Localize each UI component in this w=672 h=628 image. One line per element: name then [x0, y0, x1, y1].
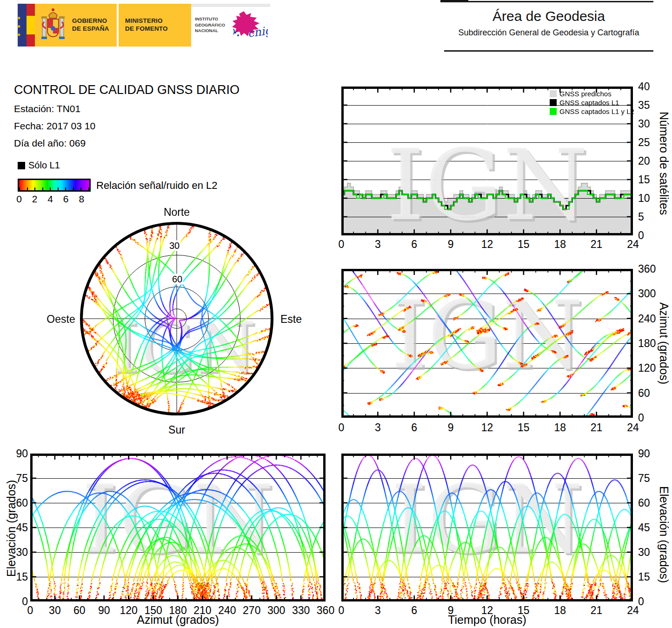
y-tick-label: 60 [638, 497, 650, 509]
x-tick-label: 24 [627, 238, 639, 251]
legend-swatch-l1 [550, 99, 557, 106]
snr-colorbar-gradient [19, 180, 89, 190]
black-square-swatch [18, 162, 25, 169]
colorbar-tick-label: 6 [63, 194, 69, 205]
y-tick-label: 300 [638, 287, 656, 300]
government-logo-bar: ★ ★ ★ GOBIERNO DE E [18, 4, 270, 47]
header-rule-top [444, 1, 653, 2]
y-tick-label: 120 [638, 362, 656, 374]
solo-l1-legend: Sólo L1 [18, 160, 60, 171]
colorbar-tick-label: 4 [47, 194, 53, 205]
x-tick-label: 6 [411, 421, 417, 434]
x-tick-label: 15 [518, 238, 530, 251]
y-tick-label: 40 [638, 80, 650, 93]
spain-coat-of-arms [40, 8, 67, 42]
y-tick-label: 0 [638, 412, 644, 424]
satellite-count-chart: GNSS predichos GNSS captados L1 GNSS cap… [341, 87, 633, 235]
colorbar-tick [19, 187, 20, 190]
x-tick-label: 24 [627, 421, 639, 434]
satellite-count-legend: GNSS predichos GNSS captados L1 GNSS cap… [550, 89, 634, 116]
elevation-time-chart [341, 454, 633, 601]
colorbar-tick [73, 187, 74, 190]
eu-flag-band: ★ ★ ★ [18, 4, 27, 47]
y-tick-label: 90 [0, 448, 28, 460]
ministerio-text: MINISTERIO DE FOMENTO [125, 17, 168, 33]
header-rule-accent [440, 0, 468, 2]
polar-south-label: Sur [168, 424, 185, 436]
x-tick-label: 6 [411, 238, 417, 251]
polar-north-label: Norte [164, 206, 190, 219]
flag-red-band [27, 4, 35, 16]
azimuth-time-canvas [341, 269, 633, 418]
doy-line: Día del año: 069 [14, 138, 86, 149]
colorbar-tick [50, 187, 51, 190]
elevation-azimuth-ylabel: Elevación (grados) [5, 480, 18, 577]
colorbar-tick [27, 187, 28, 190]
y-tick-label: 0 [638, 595, 644, 608]
polar-west-label: Oeste [47, 313, 75, 326]
legend-row: GNSS captados L1 y L2 [550, 107, 634, 116]
elevation-azimuth-canvas [30, 454, 326, 601]
report-title: CONTROL DE CALIDAD GNSS DIARIO [14, 83, 240, 97]
y-tick-label: 60 [638, 387, 650, 399]
legend-label: GNSS captados L1 y L2 [559, 107, 634, 115]
colorbar-tick-label: 2 [32, 194, 38, 205]
x-tick-label: 9 [448, 421, 454, 434]
ign-block: INSTITUTO GEOGRÁFICO NACIONAL cnig [191, 4, 270, 47]
colorbar-tick [34, 187, 35, 190]
y-tick-label: 15 [638, 571, 650, 583]
instituto-text: INSTITUTO GEOGRÁFICO NACIONAL [195, 16, 225, 33]
legend-label: GNSS predichos [559, 90, 612, 98]
satellite-count-ylabel: Número de satélites [657, 112, 671, 215]
polar-ring-60-label: 60 [171, 274, 183, 285]
y-tick-label: 75 [638, 472, 650, 485]
y-tick-label: 30 [638, 546, 650, 559]
legend-row: GNSS captados L1 [550, 98, 634, 107]
snr-colorbar [18, 179, 91, 192]
area-geodesia-header: Área de Geodesia Subdirección General de… [444, 0, 653, 53]
spain-flag-strip [27, 4, 35, 47]
gobierno-block: GOBIERNO DE ESPAÑA [35, 4, 117, 47]
azimuth-time-ylabel: Azimut (grados) [657, 302, 671, 384]
header-rule-bottom [444, 50, 653, 52]
polar-east-label: Este [280, 313, 302, 326]
x-tick-label: 3 [375, 238, 381, 251]
y-tick-label: 25 [638, 136, 650, 149]
gnss-quality-report-page: ★ ★ ★ GOBIERNO DE E [0, 0, 672, 628]
elevation-time-canvas [341, 454, 633, 601]
y-tick-label: 20 [638, 155, 650, 167]
x-tick-label: 18 [554, 421, 566, 434]
y-tick-label: 10 [638, 192, 650, 205]
colorbar-tick [58, 187, 59, 190]
x-tick-label: 0 [339, 238, 345, 251]
elevation-time-xlabel: Tiempo (horas) [341, 613, 633, 627]
y-tick-label: 0 [638, 229, 644, 242]
flag-yellow-band [27, 16, 35, 34]
colorbar-tick [80, 187, 81, 190]
header-title: Área de Geodesia [444, 8, 653, 24]
colorbar-tick [65, 187, 66, 190]
elevation-azimuth-xlabel: Azimut (grados) [30, 613, 326, 627]
eu-star-icon: ★ [17, 24, 21, 29]
y-tick-label: 35 [638, 99, 650, 112]
legend-swatch-predichos [550, 90, 557, 97]
y-tick-label: 15 [638, 174, 650, 186]
colorbar-tick-label: 8 [79, 194, 84, 205]
legend-swatch-l1l2 [550, 108, 557, 115]
elevation-time-ylabel: Elevación (grados) [657, 486, 671, 583]
y-tick-label: 5 [638, 211, 644, 223]
ign-gray-strip [191, 4, 270, 7]
flag-red-band [27, 34, 35, 47]
x-tick-label: 12 [481, 421, 493, 434]
x-tick-label: 21 [591, 238, 603, 251]
solo-l1-label: Sólo L1 [28, 160, 60, 171]
gobierno-text: GOBIERNO DE ESPAÑA [72, 17, 109, 33]
y-tick-label: 0 [0, 595, 28, 608]
ministerio-block: MINISTERIO DE FOMENTO [119, 4, 191, 47]
colorbar-tick [88, 187, 89, 190]
station-line: Estación: TN01 [14, 103, 80, 114]
polar-ring-30-label: 30 [168, 241, 180, 251]
x-tick-label: 12 [481, 238, 493, 251]
header-subtitle: Subdirección General de Geodesia y Carto… [444, 28, 653, 38]
legend-label: GNSS captados L1 [559, 99, 619, 107]
